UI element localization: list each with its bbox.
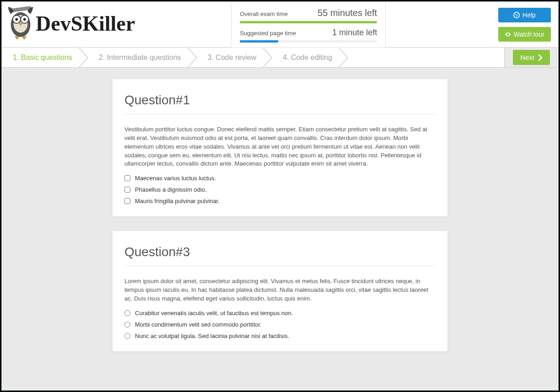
help-label: Help	[522, 11, 536, 19]
step-label: 3. Code review	[208, 54, 257, 62]
option-row[interactable]: Curabitur venenatis iaculis velit, ut fa…	[124, 310, 436, 317]
next-button[interactable]: Next	[513, 50, 550, 65]
option-text: Curabitur venenatis iaculis velit, ut fa…	[135, 310, 293, 317]
eye-icon	[505, 31, 511, 38]
option-radio[interactable]	[124, 310, 130, 316]
brand-wordmark: DevSKiller	[36, 13, 135, 34]
option-text: Nunc ac volutpat ligula. Sed lacinia pul…	[135, 333, 289, 339]
step-nav: 1. Basic questions 2. Intermediate quest…	[2, 48, 558, 68]
question-body: Vestibulum porttitor luctus congue. Done…	[124, 125, 436, 168]
option-radio[interactable]	[124, 322, 130, 328]
chevron-right-icon	[538, 54, 543, 61]
overall-time-bar	[240, 21, 377, 23]
step-code-review[interactable]: 3. Code review	[194, 48, 269, 67]
option-row[interactable]: Nunc ac volutpat ligula. Sed lacinia pul…	[124, 333, 436, 339]
chevron-right-icon	[339, 48, 351, 68]
question-icon: ?	[513, 12, 520, 18]
timer-panel: Overall exam time 55 minutes left Sugges…	[231, 2, 386, 48]
owl-icon	[6, 6, 35, 43]
page-time-value: 1 minute left	[332, 28, 377, 38]
question-title: Question#3	[124, 245, 436, 266]
step-label: 2. Intermediate questions	[99, 54, 181, 62]
svg-point-5	[23, 18, 26, 21]
option-text: Morbi condimentum velit sed commodo port…	[135, 321, 262, 328]
question-body: Lorem ipsum dolor sit amet, consectetur …	[124, 277, 436, 303]
option-row[interactable]: Morbi condimentum velit sed commodo port…	[124, 321, 436, 328]
help-button[interactable]: ? Help	[498, 8, 551, 22]
header: DevSKiller Overall exam time 55 minutes …	[2, 2, 558, 48]
question-card-3: Question#3 Lorem ipsum dolor sit amet, c…	[112, 231, 448, 352]
option-text: Mauris fringilla pulvinar pulvinar.	[135, 198, 220, 204]
svg-text:?: ?	[515, 13, 517, 17]
content-area: Question#1 Vestibulum porttitor luctus c…	[2, 68, 558, 370]
step-code-editing[interactable]: 4. Code editing	[269, 48, 345, 67]
option-checkbox[interactable]	[124, 187, 130, 193]
option-row[interactable]: Maecenas varius luctus luctus.	[124, 175, 436, 182]
option-checkbox[interactable]	[124, 175, 130, 181]
option-radio[interactable]	[124, 333, 130, 339]
watch-tour-label: Watch tour	[514, 31, 544, 38]
svg-point-8	[507, 33, 509, 35]
overall-time-value: 55 minutes left	[318, 8, 377, 18]
question-options: Curabitur venenatis iaculis velit, ut fa…	[124, 310, 436, 339]
brand-logo[interactable]: DevSKiller	[6, 6, 135, 43]
svg-point-4	[15, 18, 18, 21]
option-row[interactable]: Phasellus a dignissim odio.	[124, 186, 436, 193]
question-title: Question#1	[124, 93, 436, 114]
option-text: Phasellus a dignissim odio.	[135, 186, 207, 193]
overall-time-label: Overall exam time	[240, 11, 288, 17]
next-label: Next	[520, 54, 534, 61]
watch-tour-button[interactable]: Watch tour	[498, 27, 551, 42]
option-checkbox[interactable]	[124, 198, 130, 204]
page-time-label: Suggested page time	[240, 30, 296, 37]
option-text: Maecenas varius luctus luctus.	[135, 175, 216, 182]
step-intermediate-questions[interactable]: 2. Intermediate questions	[85, 48, 194, 67]
page-time-bar	[240, 40, 377, 43]
step-label: 4. Code editing	[283, 54, 332, 62]
step-label: 1. Basic questions	[13, 54, 72, 62]
question-options: Maecenas varius luctus luctus. Phasellus…	[124, 175, 436, 204]
option-row[interactable]: Mauris fringilla pulvinar pulvinar.	[124, 198, 436, 204]
step-basic-questions[interactable]: 1. Basic questions	[2, 48, 85, 67]
header-actions: ? Help Watch tour	[498, 8, 551, 42]
question-card-1: Question#1 Vestibulum porttitor luctus c…	[112, 79, 448, 217]
